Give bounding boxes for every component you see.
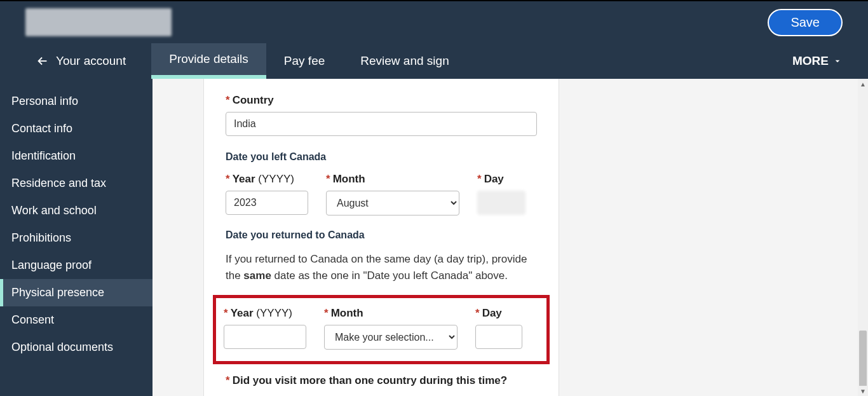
left-day-input[interactable] — [477, 191, 526, 215]
sidebar-item-label: Personal info — [11, 95, 78, 107]
arrow-left-icon — [36, 54, 50, 68]
save-button[interactable]: Save — [768, 9, 843, 36]
top-bar: Save — [0, 0, 868, 43]
multi-country-label: *Did you visit more than one country dur… — [226, 374, 537, 387]
content-area: *Country Date you left Canada *Year (YYY… — [153, 79, 868, 396]
required-mark: * — [226, 94, 230, 106]
required-mark: * — [477, 173, 482, 185]
date-left-row: *Year (YYYY) *Month August *Day — [226, 173, 537, 215]
sidebar-item-optional-documents[interactable]: Optional documents — [0, 334, 153, 361]
sidebar-item-consent[interactable]: Consent — [0, 306, 153, 334]
left-year-input[interactable] — [226, 191, 308, 215]
required-mark: * — [324, 307, 329, 319]
sidebar-item-label: Residence and tax — [11, 177, 106, 189]
sidebar-item-label: Identification — [11, 149, 76, 162]
required-mark: * — [475, 307, 480, 319]
scrollbar[interactable]: ▲ ▼ — [858, 79, 868, 396]
sidebar-item-work-and-school[interactable]: Work and school — [0, 197, 153, 224]
required-mark: * — [326, 173, 330, 185]
tab-label: Review and sign — [360, 54, 449, 68]
logo — [25, 8, 172, 36]
required-mark: * — [224, 307, 228, 319]
scroll-down-icon[interactable]: ▼ — [858, 386, 868, 396]
sidebar-item-physical-presence[interactable]: Physical presence — [0, 279, 153, 306]
highlight-box: *Year (YYYY) *Month Make your selection.… — [213, 295, 550, 364]
sidebar-item-personal-info[interactable]: Personal info — [0, 88, 153, 115]
more-label: MORE — [792, 54, 829, 68]
year-label: *Year (YYYY) — [226, 173, 308, 186]
month-label: *Month — [326, 173, 459, 186]
sidebar: Personal info Contact info Identificatio… — [0, 79, 153, 396]
return-month-select[interactable]: Make your selection... — [324, 325, 458, 350]
sidebar-item-label: Consent — [11, 313, 54, 326]
tab-provide-details[interactable]: Provide details — [151, 43, 266, 79]
month-label: *Month — [324, 307, 458, 320]
back-label: Your account — [56, 54, 126, 68]
sidebar-item-residence-and-tax[interactable]: Residence and tax — [0, 170, 153, 197]
tab-label: Pay fee — [284, 54, 325, 68]
country-label: *Country — [226, 94, 537, 107]
more-menu[interactable]: MORE — [792, 43, 843, 79]
chevron-down-icon — [832, 56, 843, 66]
scroll-up-icon[interactable]: ▲ — [858, 79, 868, 89]
country-input[interactable] — [226, 112, 537, 136]
sidebar-item-language-proof[interactable]: Language proof — [0, 252, 153, 279]
required-mark: * — [226, 374, 230, 386]
sidebar-item-label: Optional documents — [11, 341, 113, 353]
sidebar-item-label: Physical presence — [11, 286, 104, 299]
tab-pay-fee[interactable]: Pay fee — [266, 43, 342, 79]
date-left-heading: Date you left Canada — [226, 151, 537, 163]
day-trip-helper: If you returned to Canada on the same da… — [226, 251, 537, 283]
required-mark: * — [226, 173, 230, 185]
sidebar-item-label: Language proof — [11, 259, 92, 271]
sidebar-item-label: Work and school — [11, 204, 97, 217]
sidebar-item-label: Contact info — [11, 122, 72, 135]
back-to-account-link[interactable]: Your account — [36, 43, 126, 79]
date-returned-row: *Year (YYYY) *Month Make your selection.… — [224, 307, 539, 350]
return-year-input[interactable] — [224, 325, 306, 349]
tab-review-and-sign[interactable]: Review and sign — [342, 43, 466, 79]
nav-row: Your account Provide details Pay fee Rev… — [0, 43, 868, 79]
year-label: *Year (YYYY) — [224, 307, 306, 320]
sidebar-item-identification[interactable]: Identification — [0, 142, 153, 170]
day-label: *Day — [475, 307, 524, 320]
form-card: *Country Date you left Canada *Year (YYY… — [203, 79, 559, 396]
sidebar-item-contact-info[interactable]: Contact info — [0, 115, 153, 142]
sidebar-item-prohibitions[interactable]: Prohibitions — [0, 224, 153, 252]
return-day-input[interactable] — [475, 325, 522, 349]
left-month-select[interactable]: August — [326, 191, 459, 215]
sidebar-item-label: Prohibitions — [11, 231, 71, 244]
tab-label: Provide details — [169, 52, 248, 66]
day-label: *Day — [477, 173, 526, 186]
date-returned-heading: Date you returned to Canada — [226, 229, 537, 241]
